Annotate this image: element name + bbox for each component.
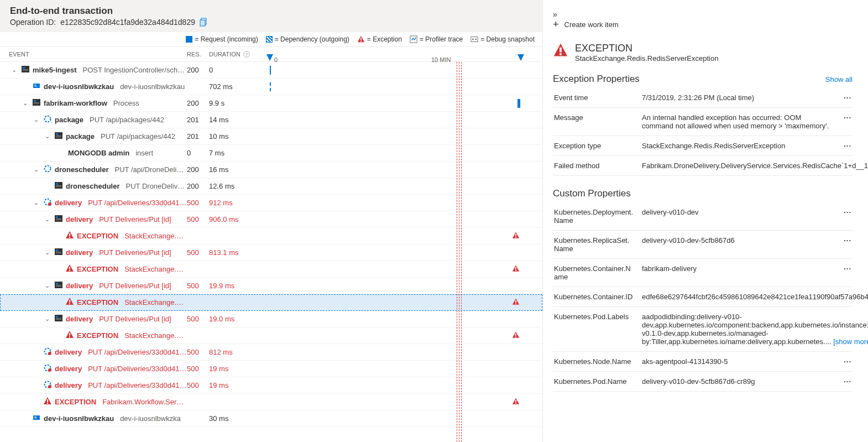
copy-icon[interactable] [200, 18, 208, 27]
row-duration: 812 ms [209, 348, 270, 356]
prop-key: Failed method [554, 162, 634, 170]
transaction-row[interactable]: EXCEPTION StackExchange.Redis.R [0, 327, 542, 344]
transaction-row[interactable]: ⌄ mike5-ingest POST IngestionController/… [0, 62, 542, 79]
chevron-down-icon[interactable]: ⌄ [12, 66, 18, 74]
chevron-down-icon[interactable]: ⌄ [23, 100, 29, 107]
more-icon[interactable]: ··· [838, 93, 851, 102]
svg-rect-53 [69, 300, 70, 303]
row-detail: insert [135, 149, 153, 157]
transaction-row[interactable]: EXCEPTION StackExchange.Redis.R [0, 294, 542, 311]
more-icon[interactable]: ··· [838, 142, 851, 150]
row-timeline [270, 410, 542, 427]
row-res: 200 [187, 66, 209, 74]
prop-key: Event time [554, 93, 634, 102]
chevron-down-icon[interactable]: ⌄ [45, 282, 51, 289]
row-name: delivery [66, 282, 93, 290]
chevron-down-icon[interactable]: ⌄ [45, 216, 51, 223]
more-icon[interactable]: ··· [838, 357, 851, 366]
exception-title: EXCEPTION [575, 43, 718, 54]
prop-key: Exception type [554, 142, 634, 150]
svg-rect-71 [47, 399, 48, 402]
transaction-row[interactable]: ⌄ dronescheduler PUT /api/DroneDeliverie… [0, 162, 542, 178]
row-timeline [270, 145, 542, 161]
transaction-row[interactable]: delivery PUT /api/Deliveries/33d0d413-4 … [0, 344, 542, 361]
more-icon[interactable]: ··· [838, 264, 851, 273]
prop-val: An internal handled exception has occurr… [642, 113, 830, 130]
transaction-row[interactable]: ⌄ delivery PUT Deliveries/Put [id] 500 1… [0, 278, 542, 294]
row-name: delivery [66, 215, 93, 223]
more-icon[interactable]: ··· [838, 236, 851, 245]
transaction-row[interactable]: EXCEPTION Fabrikam.Workflow.Service.S [0, 394, 542, 410]
chevron-down-icon[interactable]: ⌄ [45, 249, 51, 256]
exception-legend-icon [357, 35, 365, 43]
svg-rect-38 [69, 237, 70, 238]
transaction-row[interactable]: ⌄ package PUT /api/packages/442 201 10 m… [0, 128, 542, 145]
more-icon[interactable]: ··· [838, 377, 851, 386]
show-more-link[interactable]: [show more] [833, 337, 868, 346]
row-detail: PUT Deliveries/Put [id] [99, 315, 171, 323]
svg-point-66 [48, 352, 51, 355]
chevron-down-icon[interactable]: ⌄ [34, 116, 40, 123]
row-duration: 702 ms [209, 82, 270, 91]
svg-text:?: ? [245, 52, 248, 57]
more-icon[interactable]: ··· [838, 113, 851, 122]
transaction-row[interactable]: ⌄ delivery PUT Deliveries/Put [id] 500 9… [0, 211, 542, 228]
transaction-row[interactable]: MONGODB admin insert 0 7 ms [0, 145, 542, 162]
transaction-row[interactable]: ⌄ delivery PUT /api/Deliveries/33d0d413-… [0, 195, 542, 211]
row-res: 500 [187, 381, 209, 389]
col-event[interactable]: EVENT [9, 51, 187, 58]
transaction-row[interactable]: ⌄ delivery PUT Deliveries/Put [id] 500 8… [0, 245, 542, 261]
transaction-row[interactable]: ⌄ fabrikam-workflow Process 200 9.9 s [0, 95, 542, 112]
chevron-down-icon[interactable]: ⌄ [34, 199, 40, 206]
row-duration: 19.0 ms [209, 315, 270, 323]
transaction-row[interactable]: dev-i-iuosnlbwkzkau dev-i-iuosnlbwkzkau … [0, 79, 542, 95]
row-type-icon [43, 363, 52, 374]
svg-rect-45 [69, 267, 70, 269]
transaction-row[interactable]: dronescheduler PUT DroneDeliveries/ 200 … [0, 178, 542, 195]
prop-key: Message [554, 113, 634, 122]
svg-point-26 [45, 166, 51, 172]
collapse-chevron-icon[interactable]: » [553, 10, 853, 19]
transaction-row[interactable]: ⌄ package PUT /api/packages/442 201 14 m… [0, 112, 542, 128]
timeline-end-marker[interactable] [517, 54, 524, 61]
row-name: MONGODB admin [68, 149, 129, 157]
row-duration: 912 ms [209, 199, 270, 207]
create-work-item-button[interactable]: + Create work item [553, 19, 853, 30]
svg-rect-2 [360, 38, 362, 40]
row-detail: PUT /api/Deliveries/33d0d413-4 [88, 348, 187, 356]
transaction-row[interactable]: EXCEPTION StackExchange.Redis.R [0, 261, 542, 278]
prop-val: delivery-v010-dev-5cfb867d6 [642, 236, 830, 245]
transaction-row[interactable]: ⌄ delivery PUT Deliveries/Put [id] 500 1… [0, 311, 542, 327]
prop-val: aadpodidbinding:delivery-v010-dev,app.ku… [642, 313, 868, 346]
property-row: Event time 7/31/2019, 2:31:26 PM (Local … [553, 88, 853, 108]
chevron-down-icon[interactable]: ⌄ [34, 166, 40, 173]
transaction-row[interactable]: delivery PUT /api/Deliveries/33d0d413-4 … [0, 377, 542, 394]
timeline-start-marker[interactable] [266, 54, 273, 61]
transaction-row[interactable]: dev-i-iuosnlbwkzkau dev-i-iuosnlbwkzka 3… [0, 410, 542, 427]
chevron-down-icon[interactable]: ⌄ [45, 133, 51, 140]
svg-rect-1 [200, 20, 205, 26]
row-name: EXCEPTION [77, 265, 118, 273]
more-icon[interactable]: ··· [838, 208, 851, 216]
col-duration[interactable]: DURATION ? [209, 50, 270, 58]
svg-rect-20 [34, 103, 39, 104]
row-detail: Process [113, 99, 139, 107]
rows-container[interactable]: ⌄ mike5-ingest POST IngestionController/… [0, 62, 542, 442]
svg-rect-60 [56, 319, 61, 320]
transaction-row[interactable]: EXCEPTION StackExchange.Redis.R [0, 228, 542, 245]
transaction-row[interactable]: delivery PUT /api/Deliveries/33d0d413-4 … [0, 361, 542, 377]
row-detail: StackExchange.Redis.R [124, 232, 187, 240]
svg-rect-43 [56, 252, 61, 252]
svg-rect-64 [515, 336, 516, 337]
svg-point-7 [475, 39, 477, 40]
row-type-icon [54, 214, 63, 225]
col-res[interactable]: RES. [187, 51, 209, 58]
row-name: delivery [66, 315, 93, 323]
row-detail: PUT /api/packages/442 [90, 116, 164, 124]
svg-rect-55 [515, 300, 516, 302]
row-name: mike5-ingest [33, 66, 76, 74]
chevron-down-icon[interactable]: ⌄ [45, 315, 51, 323]
prop-val: StackExchange.Redis.RedisServerException [642, 142, 830, 150]
svg-rect-51 [56, 285, 61, 285]
show-all-link[interactable]: Show all [825, 75, 853, 84]
